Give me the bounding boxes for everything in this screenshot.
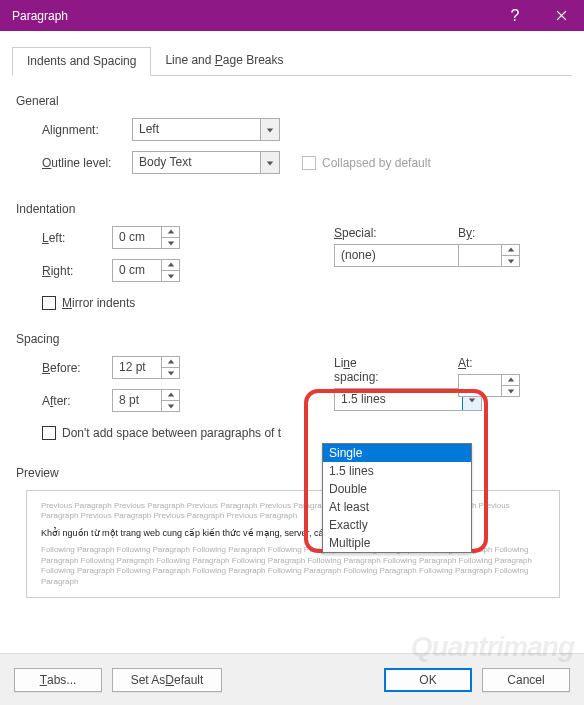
option-single[interactable]: Single [323, 444, 471, 462]
indent-left-label: Left: [42, 231, 112, 245]
at-label: At: [458, 356, 473, 370]
indent-right-spinner[interactable]: 0 cm [112, 259, 180, 282]
chevron-down-icon [260, 119, 279, 140]
caret-down-icon [162, 237, 179, 248]
section-general: General [16, 94, 572, 108]
line-spacing-label: Line spacing: [334, 356, 404, 384]
close-button[interactable] [538, 0, 584, 31]
section-spacing: Spacing [16, 332, 572, 346]
svg-marker-8 [507, 259, 513, 263]
alignment-label: Alignment: [42, 123, 132, 137]
svg-marker-5 [167, 274, 173, 278]
help-button[interactable]: ? [492, 0, 538, 31]
alignment-value: Left [133, 119, 260, 140]
caret-up-icon [502, 375, 519, 385]
tab-line-page-breaks[interactable]: Line and Page Breaks [151, 47, 297, 75]
svg-marker-11 [167, 393, 173, 397]
svg-marker-1 [267, 161, 273, 165]
option-double[interactable]: Double [323, 480, 471, 498]
option-exactly[interactable]: Exactly [323, 516, 471, 534]
preview-box: Previous Paragraph Previous Paragraph Pr… [26, 490, 560, 598]
set-default-button[interactable]: Set As Default [112, 668, 222, 692]
caret-up-icon [502, 245, 519, 255]
svg-marker-3 [167, 241, 173, 245]
after-spinner[interactable]: 8 pt [112, 389, 180, 412]
title-bar: Paragraph ? [0, 0, 584, 31]
tabs: Indents and Spacing Line and Page Breaks [12, 47, 572, 76]
outline-combo[interactable]: Body Text [132, 151, 280, 174]
dialog-footer: Tabs... Set As Default OK Cancel [0, 653, 584, 705]
caret-up-icon [162, 357, 179, 367]
close-icon [556, 10, 567, 21]
caret-down-icon [162, 270, 179, 281]
outline-value: Body Text [133, 152, 260, 173]
checkbox-icon [42, 296, 56, 310]
at-spinner[interactable] [458, 374, 520, 397]
option-15-lines[interactable]: 1.5 lines [323, 462, 471, 480]
section-indentation: Indentation [16, 202, 572, 216]
checkbox-icon [42, 426, 56, 440]
caret-up-icon [162, 227, 179, 237]
svg-marker-10 [167, 371, 173, 375]
tabs-button[interactable]: Tabs... [14, 668, 102, 692]
caret-down-icon [502, 255, 519, 266]
dialog-body: Indents and Spacing Line and Page Breaks… [0, 31, 584, 705]
special-label: Special: [334, 226, 377, 240]
section-preview: Preview [16, 466, 572, 480]
svg-marker-9 [167, 360, 173, 364]
by-spinner[interactable] [458, 244, 520, 267]
caret-down-icon [502, 385, 519, 396]
after-label: After: [42, 394, 112, 408]
ok-button[interactable]: OK [384, 668, 472, 692]
caret-up-icon [162, 390, 179, 400]
caret-down-icon [162, 400, 179, 411]
svg-marker-12 [167, 404, 173, 408]
chevron-down-icon [260, 152, 279, 173]
caret-up-icon [162, 260, 179, 270]
svg-marker-0 [267, 128, 273, 132]
before-label: Before: [42, 361, 112, 375]
line-spacing-dropdown[interactable]: Single 1.5 lines Double At least Exactly… [322, 443, 472, 553]
outline-label: Outline level: [42, 156, 132, 170]
before-spinner[interactable]: 12 pt [112, 356, 180, 379]
window-title: Paragraph [12, 9, 68, 23]
tab-indents-spacing[interactable]: Indents and Spacing [12, 47, 151, 76]
checkbox-icon [302, 156, 316, 170]
caret-down-icon [162, 367, 179, 378]
indent-left-spinner[interactable]: 0 cm [112, 226, 180, 249]
by-label: By: [458, 226, 475, 240]
mirror-indents-checkbox[interactable]: Mirror indents [42, 296, 135, 310]
dont-add-space-checkbox[interactable]: Don't add space between paragraphs of t [42, 426, 281, 440]
svg-marker-4 [167, 263, 173, 267]
option-multiple[interactable]: Multiple [323, 534, 471, 552]
svg-marker-15 [507, 389, 513, 393]
svg-marker-7 [507, 248, 513, 252]
alignment-combo[interactable]: Left [132, 118, 280, 141]
cancel-button[interactable]: Cancel [482, 668, 570, 692]
svg-marker-14 [507, 378, 513, 382]
collapsed-checkbox: Collapsed by default [302, 156, 431, 170]
indent-right-label: Right: [42, 264, 112, 278]
option-at-least[interactable]: At least [323, 498, 471, 516]
svg-marker-2 [167, 230, 173, 234]
